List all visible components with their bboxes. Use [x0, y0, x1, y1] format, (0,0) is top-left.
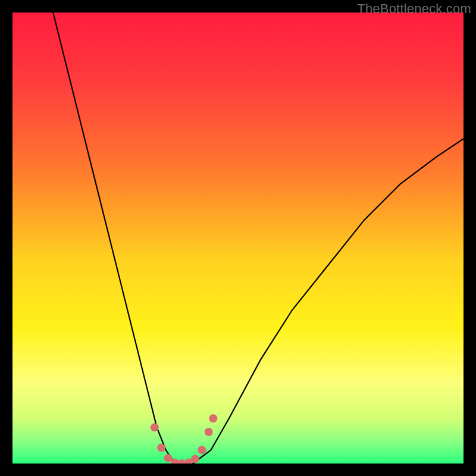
- bottleneck-chart: [12, 12, 464, 464]
- svg-point-9: [209, 414, 217, 422]
- svg-point-6: [191, 455, 199, 463]
- gradient-background: [12, 12, 464, 464]
- watermark-text: TheBottleneck.com: [357, 1, 471, 17]
- svg-point-0: [151, 423, 159, 431]
- svg-point-8: [205, 428, 213, 436]
- svg-point-7: [198, 446, 206, 454]
- svg-point-1: [157, 443, 165, 452]
- svg-point-2: [164, 454, 173, 462]
- chart-frame: [12, 12, 464, 464]
